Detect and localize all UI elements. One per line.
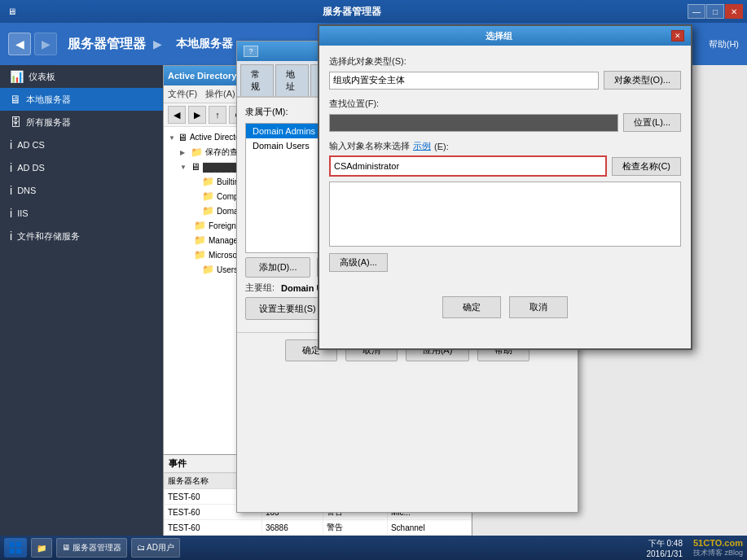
ribbon-title: 服务器管理器 xyxy=(68,36,146,53)
sg-list-box xyxy=(329,182,681,247)
admin-question-btn[interactable]: ? xyxy=(244,46,258,57)
forward-button[interactable]: ▶ xyxy=(34,33,57,55)
back-button[interactable]: ◀ xyxy=(8,33,31,55)
sg-ok-btn[interactable]: 确定 xyxy=(442,296,501,318)
ribbon-right: 帮助(H) xyxy=(709,38,739,50)
taskbar-explorer-btn[interactable]: 📁 xyxy=(31,538,52,558)
tree-icon-dc: 📁 xyxy=(202,205,214,217)
dns-icon: i xyxy=(10,184,12,197)
help-link[interactable]: 帮助(H) xyxy=(709,38,739,50)
adds-icon: i xyxy=(10,161,12,174)
sg-location-btn[interactable]: 位置(L)... xyxy=(623,113,681,132)
sg-title-bar: 选择组 ✕ xyxy=(319,26,691,46)
sg-location-input[interactable] xyxy=(329,114,618,132)
add-button[interactable]: 添加(D)... xyxy=(245,257,310,278)
event-source-2: Schannel xyxy=(387,520,471,536)
windows-icon xyxy=(9,541,22,554)
toolbar-btn-1[interactable]: ◀ xyxy=(168,106,186,124)
event-id-2: 36886 xyxy=(261,520,323,536)
tree-icon-builtin: 📁 xyxy=(202,176,214,187)
tree-label-users: Users xyxy=(217,265,238,274)
sidebar-label-dns: DNS xyxy=(17,186,36,195)
sg-enter-section: 输入对象名称来选择 示例 (E): 检查名称(C) xyxy=(329,140,681,177)
sg-location-section: 查找位置(F): 位置(L)... xyxy=(329,98,681,132)
taskbar-watermark: 51CTO.com 技术博客 zBlog xyxy=(693,538,743,558)
sg-enter-label: 输入对象名称来选择 xyxy=(329,140,410,152)
sidebar-item-all-servers[interactable]: 🗄 所有服务器 xyxy=(0,111,163,133)
tree-icon-users: 📁 xyxy=(202,264,214,275)
menu-action[interactable]: 操作(A) xyxy=(205,88,235,100)
tree-icon-foreign: 📁 xyxy=(194,220,206,231)
sg-example-link[interactable]: 示例 xyxy=(413,140,431,152)
sidebar-item-files[interactable]: i 文件和存储服务 xyxy=(0,225,163,247)
sg-cancel-btn[interactable]: 取消 xyxy=(509,296,568,318)
sg-object-type-btn[interactable]: 对象类型(O)... xyxy=(604,71,681,90)
breadcrumb-sep: ▶ xyxy=(153,37,162,50)
sg-advanced-btn[interactable]: 高级(A)... xyxy=(329,253,388,272)
sidebar-item-dns[interactable]: i DNS xyxy=(0,179,163,202)
sidebar-item-iis[interactable]: i IIS xyxy=(0,202,163,225)
sidebar-item-dashboard[interactable]: 📊 仪表板 xyxy=(0,65,163,88)
tree-expand-saved: ▶ xyxy=(180,149,188,156)
menu-file[interactable]: 文件(F) xyxy=(168,88,197,100)
adcs-icon: i xyxy=(10,138,12,151)
sm-title-bar: 🖥 服务器管理器 — □ ✕ xyxy=(0,0,747,23)
tree-expand-root: ▼ xyxy=(169,134,175,142)
sg-location-row: 位置(L)... xyxy=(329,113,681,132)
sg-enter-suffix: (E): xyxy=(434,142,449,151)
sg-check-name-btn[interactable]: 检查名称(C) xyxy=(612,157,681,176)
main-window: 🖥 服务器管理器 — □ ✕ ◀ ▶ 服务器管理器 ▶ 本地服务器 帮助(H) … xyxy=(0,0,747,560)
tree-icon-managed: 📁 xyxy=(194,234,206,246)
sg-location-label: 查找位置(F): xyxy=(329,98,681,110)
watermark-text: 51CTO.com xyxy=(693,538,743,548)
admin-tab-general[interactable]: 常规 xyxy=(240,64,274,96)
select-group-dialog: 选择组 ✕ 选择此对象类型(S): 对象类型(O)... 查找位置(F): 位置… xyxy=(318,24,692,350)
event-server-2: TEST-60 xyxy=(165,520,262,536)
sm-title-icon: 🖥 xyxy=(7,7,16,16)
minimize-button[interactable]: — xyxy=(688,4,705,19)
sidebar-item-local-server[interactable]: 🖥 本地服务器 xyxy=(0,88,163,111)
sm-title-text: 服务器管理器 xyxy=(16,5,688,19)
sidebar-label-local: 本地服务器 xyxy=(26,94,71,106)
sidebar-label-dashboard: 仪表板 xyxy=(29,71,55,83)
toolbar-btn-3[interactable]: ↑ xyxy=(209,106,226,124)
tree-icon-domain: 🖥 xyxy=(191,161,200,173)
sidebar-item-adcs[interactable]: i AD CS xyxy=(0,133,163,156)
taskbar: 📁 🖥 服务器管理器 🗂 AD用户 下午 0:48 2016/1/31 51CT… xyxy=(0,536,747,560)
sidebar-item-adds[interactable]: i AD DS xyxy=(0,156,163,179)
event-row[interactable]: TEST-60 36886 警告 Schannel xyxy=(165,520,472,536)
sidebar-label-adcs: AD CS xyxy=(17,140,45,150)
watermark-sub: 技术博客 zBlog xyxy=(693,548,743,558)
sidebar-label-files: 文件和存储服务 xyxy=(17,230,80,243)
sg-body: 选择此对象类型(S): 对象类型(O)... 查找位置(F): 位置(L)...… xyxy=(319,46,691,290)
tree-icon-computers: 📁 xyxy=(202,190,214,202)
ribbon-nav: ◀ ▶ xyxy=(8,33,57,55)
sidebar: 📊 仪表板 🖥 本地服务器 🗄 所有服务器 i AD CS i AD DS i xyxy=(0,65,163,560)
iis-icon: i xyxy=(10,207,12,220)
taskbar-ad-btn[interactable]: 🗂 AD用户 xyxy=(131,538,180,558)
start-button[interactable] xyxy=(4,538,27,558)
local-server-icon: 🖥 xyxy=(10,93,21,106)
sg-object-type-input[interactable] xyxy=(329,72,599,90)
sg-object-type-label: 选择此对象类型(S): xyxy=(329,55,681,68)
toolbar-btn-2[interactable]: ▶ xyxy=(188,106,206,124)
sg-enter-label-row: 输入对象名称来选择 示例 (E): xyxy=(329,140,681,152)
sidebar-label-adds: AD DS xyxy=(17,163,45,173)
sg-close-btn[interactable]: ✕ xyxy=(671,30,684,42)
sg-footer: 确定 取消 xyxy=(319,290,691,325)
taskbar-server-btn[interactable]: 🖥 服务器管理器 xyxy=(56,538,127,558)
sidebar-label-iis: IIS xyxy=(17,208,28,218)
admin-tab-address[interactable]: 地址 xyxy=(275,64,309,96)
all-servers-icon: 🗄 xyxy=(10,116,21,129)
maximize-button[interactable]: □ xyxy=(706,4,724,19)
tree-icon-root: 🖥 xyxy=(178,132,187,143)
sg-name-row: 检查名称(C) xyxy=(329,155,681,177)
taskbar-date-display: 2016/1/31 xyxy=(646,549,683,558)
sidebar-label-all: 所有服务器 xyxy=(26,116,71,129)
taskbar-time-display: 下午 0:48 xyxy=(646,538,683,549)
files-icon: i xyxy=(10,230,12,243)
tree-icon-exchange: 📁 xyxy=(194,249,206,260)
sg-object-type-row: 对象类型(O)... xyxy=(329,71,681,90)
close-button[interactable]: ✕ xyxy=(725,4,743,19)
sg-name-input[interactable] xyxy=(329,155,607,177)
